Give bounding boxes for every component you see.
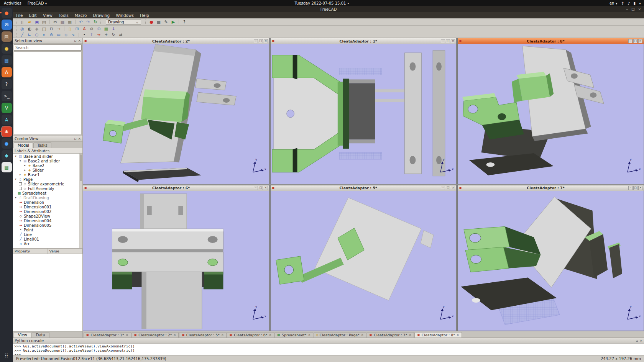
close-button[interactable]: × [264,186,268,190]
draft-mirror-button[interactable]: ⇄ [117,33,124,37]
tab-model[interactable]: Model [14,143,33,148]
open-document-button[interactable]: ▰ [26,19,33,25]
float-panel-icon[interactable]: ▫ [74,39,76,43]
tree-item-shape2dview[interactable]: ◇Shape2DView [13,214,82,218]
3d-view[interactable]: x y [458,191,644,331]
close-tab-icon[interactable]: × [269,333,272,337]
minimize-button[interactable]: – [254,39,258,43]
maximize-button[interactable]: □ [446,186,450,190]
viewport-title-bar[interactable]: ▣ CleatsAdaptor : 7* – □ × [458,185,644,191]
3d-view[interactable]: x y [83,44,269,184]
activities-button[interactable]: Activities [4,1,21,5]
stop-macro-button[interactable]: ■ [155,19,162,25]
menu-view[interactable]: View [40,13,56,18]
tree-item-draftdrawing[interactable]: ▾▯DraftDrawing [13,195,82,200]
close-panel-icon[interactable]: × [639,339,642,342]
execute-macro-button[interactable]: ▶ [170,19,177,25]
minimize-button[interactable]: – [628,186,632,190]
dock-boxes[interactable]: ◆ [2,150,12,161]
document-tab-cleatsadaptor-1[interactable]: ▣CleatsAdaptor : 1*× [84,332,131,337]
dock-spreadsheet-app[interactable]: ▦ [2,162,12,172]
top-view-button[interactable]: ⊓ [48,26,55,31]
3d-view[interactable]: x y [271,44,457,184]
paste-button[interactable]: ▦ [66,19,73,25]
tree-item-full-assembly[interactable]: ◇Full Assembly [13,186,82,191]
dock-app-a[interactable]: A [2,67,12,77]
tree-item-dimension005[interactable]: ↔Dimension005 [13,223,82,228]
draft-circle-button[interactable]: ○ [33,33,40,37]
draft-text-button[interactable]: T [88,33,95,37]
menu-macro[interactable]: Macro [72,13,90,18]
close-button[interactable]: × [264,39,268,43]
menu-file[interactable]: File [13,13,26,18]
dock-app-astro[interactable]: A [2,115,12,125]
float-panel-icon[interactable]: ▫ [636,339,638,342]
dock-freecad[interactable]: ✱ [2,126,12,137]
spreadsheet-view-button[interactable]: ▦ [103,26,110,31]
scrollbar-thumb[interactable] [80,154,82,181]
dock-terminal[interactable]: >_ [2,91,12,101]
tree-item-slider-axonometric[interactable]: ◇Slider axonometric [13,182,82,186]
save-document-button[interactable]: ▣ [33,19,40,25]
tab-view[interactable]: View [14,332,31,337]
close-button[interactable]: × [638,7,641,11]
selection-list[interactable] [14,51,82,135]
draft-polyline-button[interactable]: ∟ [26,33,33,37]
clip-group-button[interactable]: ⊘ [88,26,95,31]
menu-drawing[interactable]: Drawing [90,13,113,18]
dock-email[interactable]: ✉ [2,20,12,30]
close-tab-icon[interactable]: × [409,333,411,337]
minimize-button[interactable]: – [254,186,258,190]
maximize-button[interactable]: □ [446,39,450,43]
tab-data[interactable]: Data [32,332,49,337]
draft-bspline-button[interactable]: ∿ [70,33,77,37]
minimize-button[interactable]: – [628,39,632,43]
draft-move-button[interactable]: + [103,33,110,37]
tree-item-page[interactable]: ▾▯Page [13,177,82,182]
toolbar-handle[interactable] [100,20,102,25]
tab-tasks[interactable]: Tasks [33,143,51,148]
close-tab-icon[interactable]: × [221,333,224,337]
dock-notes[interactable]: ● [2,43,12,54]
menu-windows[interactable]: Windows [113,13,137,18]
tree-item-line001[interactable]: ╱Line001 [13,237,82,241]
minimize-button[interactable]: – [626,7,628,11]
tree-item-dimension001[interactable]: ↔Dimension001 [13,205,82,209]
close-tab-icon[interactable]: × [126,333,128,337]
viewport-title-bar[interactable]: ▣ CleatsAdaptor : 6* – □ × [83,185,269,191]
dock-help[interactable]: ? [2,79,12,89]
dock-vim[interactable]: V [2,103,12,113]
minimize-button[interactable]: – [441,39,445,43]
copy-button[interactable]: ▥ [59,19,66,25]
dock-firefox[interactable]: ● [2,8,12,18]
visibility-checkbox[interactable] [19,187,22,190]
selection-search-input[interactable] [14,44,82,51]
draft-ellipse-button[interactable]: ⊙ [48,33,55,37]
expander-icon[interactable]: ▾ [14,196,17,199]
record-macro-button[interactable]: ● [148,19,155,25]
3d-view[interactable]: x y [271,191,457,331]
keyboard-layout-indicator[interactable]: en ▾ [610,1,618,5]
new-document-button[interactable]: ▯ [19,19,26,25]
tree-item-base2[interactable]: ▸◈Base2 [13,163,82,168]
close-button[interactable]: × [638,39,642,43]
toolbar-handle[interactable] [16,33,17,37]
draft-rectangle-button[interactable]: ▭ [55,33,62,37]
axonometric-view-button[interactable]: ◈ [33,26,40,31]
show-applications-icon[interactable]: ⠿ [5,353,8,359]
system-menu-chevron-icon[interactable]: ▾ [639,1,641,5]
dock-chat[interactable]: ● [2,138,12,149]
right-view-button[interactable]: ⊐ [55,26,62,31]
document-tab-cleatsadaptor-8[interactable]: ▣CleatsAdaptor : 8*× [414,332,462,337]
viewport-title-bar[interactable]: ▣ CleatsAdaptor : 1* – □ × [271,38,457,44]
draft-line-button[interactable]: ╱ [19,33,26,37]
print-button[interactable]: ▤ [41,19,48,25]
insert-view-button[interactable]: ⊞ [74,26,80,31]
tree-item-dimension[interactable]: ↔Dimension [13,200,82,205]
document-tab-cleatsadaptor-5[interactable]: ▣CleatsAdaptor : 5*× [179,332,227,337]
export-page-button[interactable]: ↓ [110,26,117,31]
viewport-title-bar[interactable]: ▣ CleatsAdaptor : 8* – □ × [458,38,644,44]
edit-macro-button[interactable]: ✎ [163,19,169,25]
maximize-button[interactable]: □ [633,186,637,190]
refresh-button[interactable]: ↻ [92,19,99,25]
